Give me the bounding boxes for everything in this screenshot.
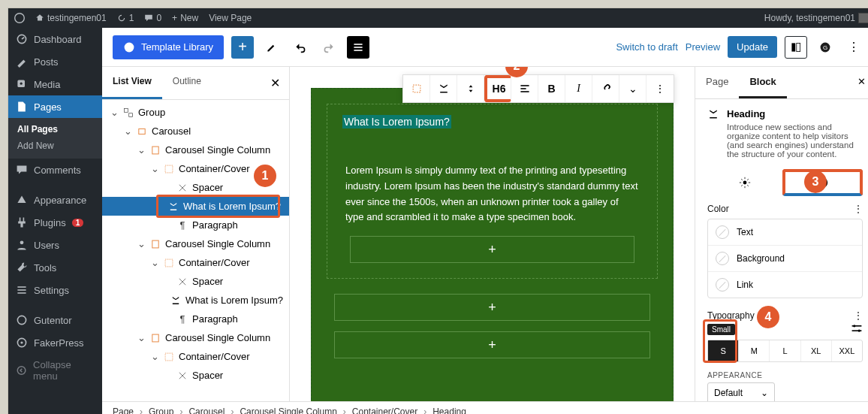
svg-rect-25 xyxy=(152,240,158,248)
tab-page-settings[interactable]: Page xyxy=(695,67,739,98)
crumb-5[interactable]: Heading xyxy=(432,406,466,415)
size-xl[interactable]: XL xyxy=(800,340,831,361)
menu-dashboard[interactable]: Dashboard xyxy=(8,28,102,50)
color-link-row[interactable]: Link xyxy=(708,271,862,298)
menu-tools[interactable]: Tools xyxy=(8,256,102,279)
crumb-3[interactable]: Carousel Single Column xyxy=(240,406,336,415)
color-text-row[interactable]: Text xyxy=(708,219,862,245)
block-icon[interactable] xyxy=(430,75,457,102)
site-home[interactable]: testingemen01 xyxy=(35,13,107,23)
close-list-panel[interactable]: ✕ xyxy=(261,67,289,99)
template-library-button[interactable]: Template Library xyxy=(113,35,224,59)
tree-container-2[interactable]: ⌄Container/Cover xyxy=(102,253,289,272)
tree-csc-1[interactable]: ⌄Carousel Single Column xyxy=(102,141,289,159)
menu-posts[interactable]: Posts xyxy=(8,50,102,73)
menu-comments[interactable]: Comments xyxy=(8,159,102,181)
crumb-2[interactable]: Carousel xyxy=(188,406,225,415)
tree-csc-2[interactable]: ⌄Carousel Single Column xyxy=(102,234,289,253)
close-settings[interactable]: ✕ xyxy=(848,67,868,98)
tab-block-settings[interactable]: Block xyxy=(739,67,786,98)
submenu-add-new[interactable]: Add New xyxy=(8,137,102,154)
list-view-toggle[interactable] xyxy=(347,36,369,59)
switch-to-draft[interactable]: Switch to draft xyxy=(616,41,677,53)
wp-logo[interactable] xyxy=(14,13,25,23)
view-toggle-icon[interactable] xyxy=(785,36,807,59)
more-options-icon[interactable]: ⋮ xyxy=(646,75,674,102)
italic-button[interactable]: I xyxy=(565,75,592,102)
tab-list-view[interactable]: List View xyxy=(102,67,162,99)
align-icon[interactable] xyxy=(511,75,538,102)
menu-fakerpress[interactable]: FakerPress xyxy=(8,331,102,354)
menu-gutentor[interactable]: Gutentor xyxy=(8,309,102,331)
move-up-down-icon[interactable] xyxy=(457,75,484,102)
appender-2[interactable]: + xyxy=(334,294,650,321)
menu-pages[interactable]: Pages xyxy=(8,95,102,118)
settings-tab-general-icon[interactable] xyxy=(707,169,782,196)
paragraph-block[interactable]: Lorem Ipsum is simply dummy text of the … xyxy=(342,163,642,225)
tree-heading-2[interactable]: What is Lorem Ipsum? xyxy=(102,291,289,310)
tree-spacer-3[interactable]: Spacer xyxy=(102,366,289,385)
heading-level-button[interactable]: H6 xyxy=(484,75,511,102)
block-tree: ⌄Group ⌄Carousel ⌄Carousel Single Column… xyxy=(102,100,289,414)
tree-paragraph-2[interactable]: ¶Paragraph xyxy=(102,310,289,328)
svg-rect-24 xyxy=(165,165,173,173)
add-block-button[interactable]: + xyxy=(231,36,254,59)
edit-mode-icon[interactable] xyxy=(261,37,282,58)
crumb-0[interactable]: Page xyxy=(113,406,134,415)
color-background-row[interactable]: Background xyxy=(708,245,862,271)
tree-spacer-2[interactable]: Spacer xyxy=(102,272,289,291)
typography-options-icon[interactable]: ⋮ xyxy=(854,310,863,321)
editor-canvas[interactable]: 2 H6 B I ⌄ xyxy=(290,67,695,414)
tree-carousel[interactable]: ⌄Carousel xyxy=(102,122,289,141)
tree-heading-selected[interactable]: What is Lorem Ipsum?⋮ xyxy=(102,197,289,216)
redo-icon[interactable] xyxy=(318,37,339,58)
size-settings-icon[interactable] xyxy=(851,324,863,335)
block-breadcrumb: Page› Group› Carousel› Carousel Single C… xyxy=(102,401,868,414)
gutentor-icon[interactable]: G xyxy=(815,37,836,58)
submenu-all-pages[interactable]: All Pages xyxy=(8,121,102,137)
tree-csc-3[interactable]: ⌄Carousel Single Column xyxy=(102,328,289,347)
size-s[interactable]: S xyxy=(708,340,738,361)
crumb-4[interactable]: Container/Cover xyxy=(352,406,417,415)
tree-paragraph-1[interactable]: ¶Paragraph xyxy=(102,216,289,234)
chevron-down-icon[interactable]: ⌄ xyxy=(619,75,646,102)
crumb-1[interactable]: Group xyxy=(149,406,173,415)
row-options[interactable]: ⋮ xyxy=(285,201,289,212)
menu-media[interactable]: Media xyxy=(8,73,102,95)
new-content[interactable]: + New xyxy=(172,13,198,23)
color-options-icon[interactable]: ⋮ xyxy=(854,204,863,214)
size-xxl[interactable]: XXL xyxy=(831,340,862,361)
carousel-block[interactable]: 2 H6 B I ⌄ xyxy=(311,88,674,403)
wp-admin-sidebar: Dashboard Posts Media Pages All Pages Ad… xyxy=(8,28,102,414)
view-page[interactable]: View Page xyxy=(209,13,252,23)
howdy[interactable]: Howdy, testingemen01 xyxy=(764,13,868,23)
container-block[interactable]: 2 H6 B I ⌄ xyxy=(327,104,658,279)
tree-container-3[interactable]: ⌄Container/Cover xyxy=(102,347,289,366)
svg-point-4 xyxy=(20,240,24,244)
update-button[interactable]: Update xyxy=(728,36,777,58)
svg-rect-6 xyxy=(17,289,26,291)
svg-rect-14 xyxy=(354,47,363,48)
appender-1[interactable]: + xyxy=(350,236,634,263)
menu-plugins[interactable]: Plugins 1 xyxy=(8,211,102,234)
size-l[interactable]: L xyxy=(769,340,800,361)
options-menu[interactable]: ⋮ xyxy=(843,37,864,58)
tab-outline[interactable]: Outline xyxy=(162,67,212,99)
link-icon[interactable] xyxy=(592,75,619,102)
updates[interactable]: 1 xyxy=(117,13,134,23)
select-parent-icon[interactable] xyxy=(403,75,430,102)
collapse-menu[interactable]: Collapse menu xyxy=(8,354,102,387)
heading-block[interactable]: What Is Lorem Ipsum? xyxy=(342,115,451,128)
bold-button[interactable]: B xyxy=(538,75,565,102)
menu-appearance[interactable]: Appearance xyxy=(8,189,102,211)
menu-users[interactable]: Users xyxy=(8,234,102,256)
block-type-icon xyxy=(707,108,719,122)
preview-link[interactable]: Preview xyxy=(686,41,720,53)
size-m[interactable]: M xyxy=(738,340,769,361)
undo-icon[interactable] xyxy=(290,37,311,58)
menu-settings[interactable]: Settings xyxy=(8,279,102,301)
appender-3[interactable]: + xyxy=(334,331,650,358)
tree-group[interactable]: ⌄Group xyxy=(102,103,289,122)
appearance-select[interactable]: Default⌄ xyxy=(707,382,775,403)
comments-count[interactable]: 0 xyxy=(144,13,161,23)
